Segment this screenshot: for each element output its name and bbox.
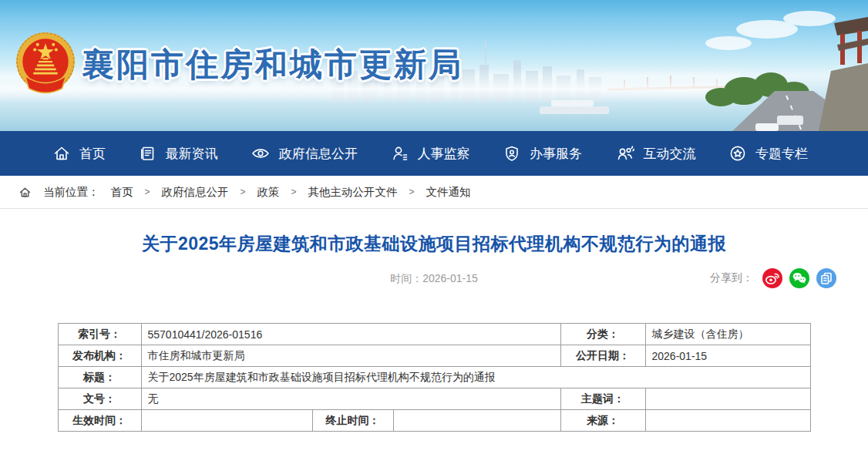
keywords-label: 主题词：	[560, 388, 645, 410]
effective-date-value	[141, 410, 312, 432]
star-circle-icon	[728, 144, 747, 163]
breadcrumb-separator: >	[291, 187, 297, 197]
issuing-agency-label: 发布机构：	[58, 345, 141, 367]
nav-label: 政府信息公开	[279, 145, 358, 163]
eye-icon	[251, 144, 271, 163]
news-icon	[139, 144, 157, 163]
nav-item-gov-info[interactable]: 政府信息公开	[251, 144, 358, 163]
keywords-value	[645, 388, 810, 410]
home-icon	[52, 144, 71, 163]
article-meta-row: 时间：2026-01-15 分享到：	[0, 267, 868, 294]
table-row: 发布机构： 市住房和城市更新局 公开日期： 2026-01-15	[58, 345, 810, 367]
site-title[interactable]: 襄阳市住房和城市更新局	[82, 43, 463, 86]
nav-item-news[interactable]: 最新资讯	[139, 144, 218, 163]
nav-label: 专题专栏	[755, 145, 808, 163]
table-row: 文号： 无 主题词：	[58, 388, 810, 410]
weibo-icon[interactable]	[762, 267, 783, 289]
article: 关于2025年房屋建筑和市政基础设施项目招标代理机构不规范行为的通报 时间：20…	[0, 232, 868, 432]
doc-title-value: 关于2025年房屋建筑和市政基础设施项目招标代理机构不规范行为的通报	[141, 367, 810, 388]
source-value	[645, 410, 810, 432]
time-label: 时间：	[390, 272, 422, 284]
main-nav: 首页 最新资讯 政府信息公开 人事监察 办事服务	[0, 131, 868, 176]
document-meta-table: 索引号： 557010441/2026-01516 分类： 城乡建设（含住房） …	[58, 323, 811, 432]
shield-icon	[503, 144, 521, 163]
nav-item-interaction[interactable]: 互动交流	[615, 144, 696, 163]
nav-label: 首页	[79, 145, 106, 163]
wechat-icon[interactable]	[789, 267, 810, 289]
nav-item-services[interactable]: 办事服务	[503, 144, 582, 163]
category-value: 城乡建设（含住房）	[645, 324, 810, 345]
site-banner: 襄阳市住房和城市更新局	[0, 0, 868, 131]
nav-item-home[interactable]: 首页	[52, 144, 106, 163]
table-row: 标题： 关于2025年房屋建筑和市政基础设施项目招标代理机构不规范行为的通报	[58, 367, 810, 388]
nav-label: 互动交流	[644, 145, 696, 163]
breadcrumb-item-doc-notices[interactable]: 文件通知	[426, 185, 471, 200]
breadcrumb-separator: >	[409, 187, 415, 197]
issuing-agency-value: 市住房和城市更新局	[141, 345, 560, 367]
breadcrumb-item-gov-info[interactable]: 政府信息公开	[162, 185, 229, 200]
category-label: 分类：	[560, 324, 645, 345]
doc-number-label: 文号：	[58, 388, 141, 410]
publish-date-label: 公开日期：	[560, 345, 645, 367]
page: 襄阳市住房和城市更新局 首页 最新资讯 政府信息公开 人事监	[0, 0, 868, 454]
publish-time: 时间：2026-01-15	[390, 272, 478, 286]
home-icon	[19, 186, 32, 199]
breadcrumb-item-home[interactable]: 首页	[111, 185, 133, 200]
share-label: 分享到：	[710, 271, 753, 285]
doc-title-label: 标题：	[58, 367, 141, 388]
share-box: 分享到：	[710, 267, 837, 289]
nav-item-personnel[interactable]: 人事监察	[391, 144, 470, 163]
article-title: 关于2025年房屋建筑和市政基础设施项目招标代理机构不规范行为的通报	[0, 232, 868, 256]
effective-date-label: 生效时间：	[58, 410, 141, 432]
table-row: 生效时间： 终止时间： 来源：	[58, 410, 810, 432]
national-emblem-icon	[14, 31, 77, 99]
expiry-date-label: 终止时间：	[312, 410, 393, 432]
doc-number-value: 无	[141, 388, 560, 410]
nav-label: 人事监察	[418, 145, 470, 163]
copy-icon[interactable]	[816, 267, 837, 289]
chat-people-icon	[615, 144, 635, 163]
nav-label: 办事服务	[530, 145, 582, 163]
table-row: 索引号： 557010441/2026-01516 分类： 城乡建设（含住房）	[58, 324, 810, 345]
nav-item-special-topics[interactable]: 专题专栏	[728, 144, 808, 163]
breadcrumb-separator: >	[241, 187, 246, 197]
index-number-value: 557010441/2026-01516	[141, 324, 560, 345]
breadcrumb-item-other-public-docs[interactable]: 其他主动公开文件	[308, 185, 398, 200]
breadcrumb-separator: >	[145, 187, 150, 197]
source-label: 来源：	[560, 410, 645, 432]
person-icon	[391, 144, 409, 163]
breadcrumb: 当前位置： 首页 > 政府信息公开 > 政策 > 其他主动公开文件 > 文件通知	[0, 176, 868, 209]
expiry-date-value	[393, 410, 560, 432]
breadcrumb-item-policy[interactable]: 政策	[257, 185, 280, 200]
time-value: 2026-01-15	[422, 272, 478, 284]
publish-date-value: 2026-01-15	[645, 345, 810, 367]
breadcrumb-prefix: 当前位置：	[43, 185, 99, 200]
nav-label: 最新资讯	[166, 145, 218, 163]
index-number-label: 索引号：	[58, 324, 141, 345]
